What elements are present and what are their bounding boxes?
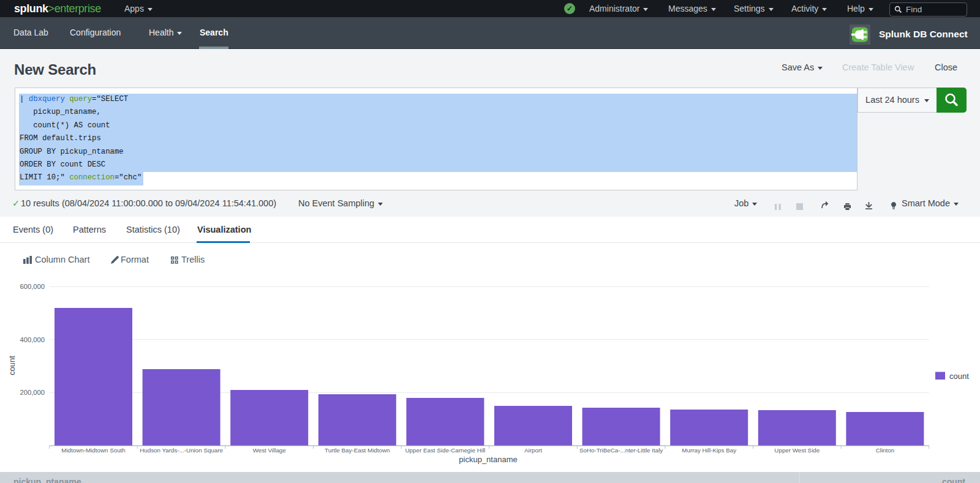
svg-text:pickup_ntaname: pickup_ntaname [459, 455, 517, 464]
svg-text:Hudson Yards-...-Union Square: Hudson Yards-...-Union Square [140, 447, 223, 454]
svg-text:count: count [7, 356, 17, 375]
svg-text:West Village: West Village [253, 447, 287, 454]
svg-text:SoHo-TriBeCa-...nter-Little It: SoHo-TriBeCa-...nter-Little Italy [579, 447, 663, 454]
svg-text:600,000: 600,000 [20, 283, 45, 290]
svg-text:Airport: Airport [524, 447, 542, 454]
svg-text:Turtle Bay-East Midtown: Turtle Bay-East Midtown [325, 447, 390, 454]
svg-text:Clinton: Clinton [876, 447, 895, 454]
svg-text:Upper West Side: Upper West Side [774, 447, 820, 454]
svg-text:count: count [949, 372, 969, 381]
svg-text:200,000: 200,000 [20, 389, 45, 396]
svg-text:Upper East Side-Carnegie Hill: Upper East Side-Carnegie Hill [405, 447, 486, 454]
svg-text:400,000: 400,000 [20, 336, 45, 343]
svg-text:Midtown-Midtown South: Midtown-Midtown South [61, 447, 126, 454]
svg-text:Murray Hill-Kips Bay: Murray Hill-Kips Bay [682, 447, 736, 454]
